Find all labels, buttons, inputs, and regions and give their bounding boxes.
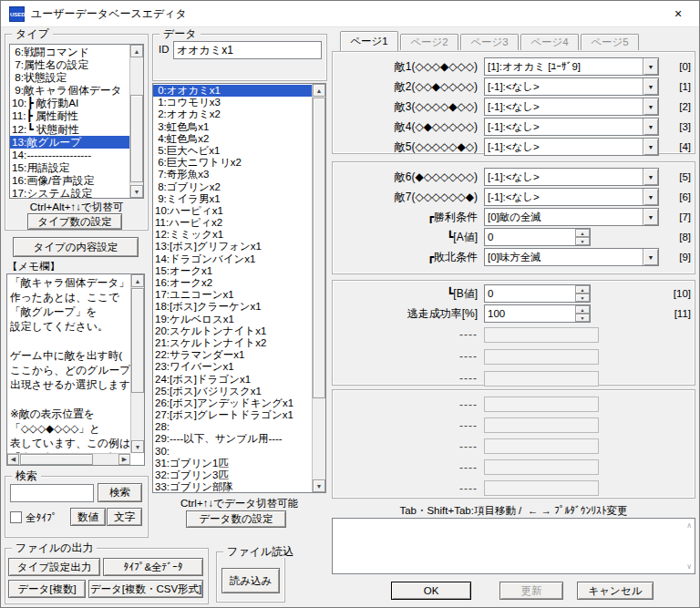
data-list-item[interactable]: 15:オークx1 xyxy=(153,265,312,277)
data-count-button[interactable]: データ数の設定 xyxy=(186,510,286,528)
data-list-item[interactable]: 10:ハーピィx1 xyxy=(153,205,312,217)
data-list-item[interactable]: 17:ユニコーンx1 xyxy=(153,289,312,301)
description-textarea[interactable]: ∧ ∨ xyxy=(332,518,695,574)
search-numeric-button[interactable]: 数値 xyxy=(70,508,106,526)
spinner-up-icon[interactable]: ▲ xyxy=(575,229,590,237)
chevron-down-icon[interactable]: ▼ xyxy=(643,58,658,75)
type-list-item[interactable]: 9:敵キャラ個体データ xyxy=(10,84,129,97)
cancel-button[interactable]: キャンセル xyxy=(577,582,654,600)
chevron-down-icon[interactable]: ▼ xyxy=(643,139,658,155)
dropdown[interactable]: [-1]:<なし>▼ xyxy=(484,98,659,116)
data-list-scrollbar[interactable]: ▲ ▼ xyxy=(312,84,325,492)
data-list-item[interactable]: 2:オオカミx2 xyxy=(153,108,312,120)
data-listbox[interactable]: 0:オオカミx1 1:コウモリx3 2:オオカミx2 3:虹色鳥x1 4:虹色鳥… xyxy=(152,83,326,493)
number-spinner[interactable]: 0▲▼ xyxy=(484,228,591,246)
type-listbox[interactable]: 6:戦闘コマンド 7:属性名の設定 8:状態設定 9:敵キャラ個体データ10:┣… xyxy=(9,44,144,199)
data-list-item[interactable]: 27:[ボス]グレートドラゴンx1 xyxy=(153,409,312,421)
chevron-down-icon[interactable]: ▼ xyxy=(643,78,658,95)
search-input[interactable] xyxy=(10,484,94,502)
chevron-down-icon[interactable]: ▼ xyxy=(643,209,658,225)
dropdown[interactable]: [-1]:<なし>▼ xyxy=(484,168,659,186)
type-list-item[interactable]: 10:┣ 敵行動AI xyxy=(10,97,129,109)
tab-page4[interactable]: ページ4 xyxy=(520,34,579,50)
data-list-item[interactable]: 18:[ボス]クラーケンx1 xyxy=(153,301,312,313)
dropdown[interactable]: [1]:オオカミ [ﾕｰｻﾞ9]▼ xyxy=(484,57,659,76)
update-button[interactable]: 更新 xyxy=(499,582,563,600)
data-multiple-csv-export-button[interactable]: データ[複数・CSV形式] xyxy=(88,580,203,598)
file-load-button[interactable]: 読み込み xyxy=(221,568,280,593)
data-list-item[interactable]: 25:[ボス]バジリスクx1 xyxy=(153,386,312,397)
chevron-down-icon[interactable]: ▼ xyxy=(643,169,658,185)
search-text-button[interactable]: 文字 xyxy=(107,508,142,526)
data-list-item[interactable]: 6:巨大ニワトリx2 xyxy=(153,157,312,169)
data-list-item[interactable]: 33:ゴブリン部隊 xyxy=(153,481,312,493)
scroll-thumb[interactable] xyxy=(20,454,93,465)
scroll-up-icon[interactable]: ▲ xyxy=(313,84,325,97)
chevron-down-icon[interactable]: ▼ xyxy=(643,98,658,115)
dropdown[interactable]: [-1]:<なし>▼ xyxy=(484,77,659,96)
type-list-item[interactable]: 12:┗ 状態耐性 xyxy=(10,123,129,136)
dropdown[interactable]: [0]敵の全滅▼ xyxy=(484,208,659,226)
ok-button[interactable]: OK xyxy=(391,582,471,600)
type-settings-export-button[interactable]: タイプ設定出力 xyxy=(8,558,100,576)
type-and-all-data-export-button[interactable]: ﾀｲﾌﾟ&全ﾃﾞｰﾀ xyxy=(103,558,203,576)
data-list-item[interactable]: 7:奇形魚x3 xyxy=(153,169,312,180)
number-spinner[interactable]: 100▲▼ xyxy=(484,304,591,323)
type-count-button[interactable]: タイプ数の設定 xyxy=(27,213,122,230)
type-list-item[interactable]: 17:システム設定 xyxy=(10,187,129,199)
data-list-item[interactable]: 0:オオカミx1 xyxy=(153,85,312,97)
data-list-item[interactable]: 3:虹色鳥x1 xyxy=(153,121,312,133)
data-list-item[interactable]: 31:ゴブリン1匹 xyxy=(153,458,312,469)
scroll-thumb[interactable] xyxy=(130,95,143,182)
scroll-down-icon[interactable]: ▼ xyxy=(131,440,144,453)
id-input[interactable] xyxy=(173,41,322,59)
tab-page3[interactable]: ページ3 xyxy=(460,34,519,50)
scroll-right-icon[interactable]: ▶ xyxy=(118,454,130,465)
data-list-item[interactable]: 11:ハーピィx2 xyxy=(153,217,312,229)
memo-vscrollbar[interactable]: ▲ ▼ xyxy=(130,274,144,453)
type-list-item[interactable]: 11:┣ 属性耐性 xyxy=(10,109,129,122)
scroll-down-icon[interactable]: ▼ xyxy=(313,479,325,492)
dropdown[interactable]: [-1]:<なし>▼ xyxy=(484,118,659,136)
memo-box[interactable]: 「敵キャラ個体データ」を 作ったあとは、ここで 「敵グループ」を 設定してくださ… xyxy=(6,273,145,466)
scroll-up-icon[interactable]: ∧ xyxy=(686,521,692,530)
data-list-item[interactable]: 12:ミミックx1 xyxy=(153,229,312,241)
data-list-item[interactable]: 28: xyxy=(153,421,312,433)
scroll-down-icon[interactable]: ▼ xyxy=(130,185,143,198)
data-list-item[interactable]: 22:サラマンダーx1 xyxy=(153,349,312,361)
data-list-item[interactable]: 8:ゴブリンx2 xyxy=(153,181,312,193)
scroll-thumb[interactable] xyxy=(313,98,325,398)
data-list-item[interactable]: 16:オークx2 xyxy=(153,277,312,289)
close-icon[interactable]: × xyxy=(657,1,699,27)
type-list-item[interactable]: 8:状態設定 xyxy=(10,71,129,84)
type-list-item[interactable]: 13:敵グループ xyxy=(10,136,129,149)
data-list-item[interactable]: 9:ミイラ男x1 xyxy=(153,193,312,205)
tab-page2[interactable]: ページ2 xyxy=(400,34,458,50)
tab-page1[interactable]: ページ1 xyxy=(340,31,398,51)
number-spinner[interactable]: 0▲▼ xyxy=(484,284,591,303)
data-list-item[interactable]: 5:巨大ヘビx1 xyxy=(153,145,312,157)
type-content-button[interactable]: タイプの内容設定 xyxy=(13,237,139,257)
data-list-item[interactable]: 30: xyxy=(153,446,312,458)
search-button[interactable]: 検索 xyxy=(98,483,142,502)
spinner-down-icon[interactable]: ▼ xyxy=(575,294,590,302)
data-list-item[interactable]: 19:ケルベロスx1 xyxy=(153,314,312,325)
spinner-down-icon[interactable]: ▼ xyxy=(575,314,590,322)
data-list-item[interactable]: 4:虹色鳥x2 xyxy=(153,133,312,145)
data-list-item[interactable]: 20:スケルトンナイトx1 xyxy=(153,325,312,337)
scroll-up-icon[interactable]: ▲ xyxy=(130,45,143,57)
data-list-item[interactable]: 24:[ボス]ドラゴンx1 xyxy=(153,374,312,386)
data-list-item[interactable]: 1:コウモリx3 xyxy=(153,97,312,108)
spinner-down-icon[interactable]: ▼ xyxy=(575,237,590,245)
data-list-item[interactable]: 32:ゴブリン3匹 xyxy=(153,469,312,481)
type-list-item[interactable]: 15:用語設定 xyxy=(10,161,129,174)
type-list-scrollbar[interactable]: ▲ ▼ xyxy=(129,45,143,198)
data-multiple-export-button[interactable]: データ[複数] xyxy=(8,580,86,598)
scroll-left-icon[interactable]: ◀ xyxy=(7,454,19,465)
scroll-thumb[interactable] xyxy=(131,288,144,393)
data-list-item[interactable]: 21:スケルトンナイトx2 xyxy=(153,337,312,349)
chevron-down-icon[interactable]: ▼ xyxy=(643,119,658,135)
data-list-item[interactable]: 23:ワイバーンx1 xyxy=(153,361,312,373)
type-list-item[interactable]: 6:戦闘コマンド xyxy=(10,46,129,58)
dropdown[interactable]: [-1]:<なし>▼ xyxy=(484,188,659,206)
